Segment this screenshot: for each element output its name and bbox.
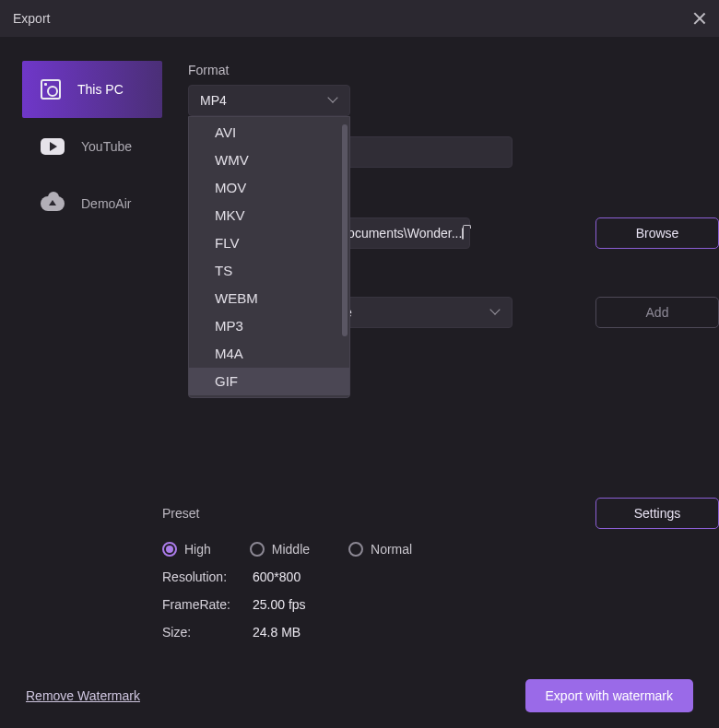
settings-button[interactable]: Settings — [595, 498, 719, 529]
sidebar-item-label: YouTube — [81, 139, 132, 154]
chevron-down-icon — [329, 96, 338, 105]
browse-button-label: Browse — [636, 226, 679, 241]
browse-button[interactable]: Browse — [595, 217, 719, 249]
format-option-mov[interactable]: MOV — [189, 174, 349, 202]
format-option-avi[interactable]: AVI — [189, 119, 349, 147]
dropdown-scrollbar-thumb[interactable] — [342, 124, 348, 336]
youtube-icon — [41, 138, 65, 155]
settings-button-label: Settings — [634, 506, 681, 521]
preset-radio-label: Normal — [371, 542, 412, 557]
format-option-mkv[interactable]: MKV — [189, 202, 349, 229]
format-label: Format — [188, 63, 693, 77]
format-option-mp3[interactable]: MP3 — [189, 312, 349, 340]
format-option-m4a[interactable]: M4A — [189, 340, 349, 368]
framerate-value: 25.00 fps — [253, 597, 306, 612]
format-option-flv[interactable]: FLV — [189, 229, 349, 257]
window-title: Export — [13, 11, 50, 26]
sidebar: This PC YouTube DemoAir — [0, 37, 162, 663]
preset-radio-label: High — [184, 542, 211, 557]
preset-radio-middle[interactable]: Middle — [250, 542, 310, 557]
sidebar-item-label: This PC — [77, 82, 124, 97]
main-area: This PC YouTube DemoAir Format MP4 AVI W… — [0, 37, 719, 663]
format-selected-value: MP4 — [200, 93, 227, 108]
radio-dot-icon — [250, 542, 265, 557]
cloud-upload-icon — [41, 196, 65, 211]
sidebar-item-youtube[interactable]: YouTube — [22, 118, 162, 175]
project-name-input[interactable] — [326, 136, 513, 168]
radio-dot-icon — [348, 542, 363, 557]
content-panel: Format MP4 AVI WMV MOV MKV FLV TS WEBM M… — [162, 37, 719, 663]
sidebar-item-label: DemoAir — [81, 196, 131, 211]
size-value: 24.8 MB — [253, 625, 301, 640]
format-option-ts[interactable]: TS — [189, 257, 349, 285]
export-with-watermark-button[interactable]: Export with watermark — [525, 679, 693, 712]
close-icon[interactable] — [693, 12, 706, 25]
radio-dot-icon — [162, 542, 177, 557]
resolution-value: 600*800 — [253, 569, 301, 584]
format-option-webm[interactable]: WEBM — [189, 285, 349, 312]
resolution-key: Resolution: — [162, 569, 236, 584]
size-key: Size: — [162, 625, 236, 640]
format-dropdown: AVI WMV MOV MKV FLV TS WEBM MP3 M4A GIF — [188, 116, 350, 398]
sidebar-item-demoair[interactable]: DemoAir — [22, 175, 162, 232]
sidebar-item-this-pc[interactable]: This PC — [22, 61, 162, 118]
chevron-down-icon — [491, 308, 501, 317]
remove-watermark-link[interactable]: Remove Watermark — [26, 688, 140, 703]
pc-icon — [41, 79, 61, 100]
add-button-label: Add — [646, 305, 669, 320]
export-button-label: Export with watermark — [546, 688, 673, 703]
format-select[interactable]: MP4 — [188, 85, 350, 116]
format-option-gif[interactable]: GIF — [189, 368, 349, 395]
preset-radio-label: Middle — [272, 542, 310, 557]
preset-label: Preset — [162, 506, 199, 521]
thumbnail-select[interactable]: ve — [326, 297, 513, 328]
preset-radio-high[interactable]: High — [162, 542, 211, 557]
format-option-wmv[interactable]: WMV — [189, 147, 349, 174]
save-path-value: Documents\Wonder... — [338, 226, 462, 241]
add-button[interactable]: Add — [595, 297, 719, 328]
footer: Remove Watermark Export with watermark — [0, 663, 719, 728]
preset-radio-normal[interactable]: Normal — [348, 542, 412, 557]
framerate-key: FrameRate: — [162, 597, 236, 612]
folder-icon — [462, 228, 464, 240]
titlebar: Export — [0, 0, 719, 37]
